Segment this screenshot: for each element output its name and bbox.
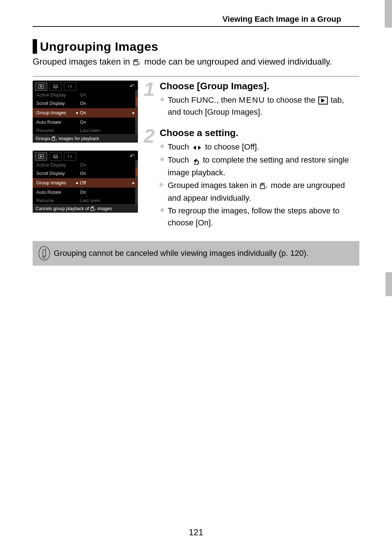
note-pencil-icon <box>38 245 54 261</box>
section-title-row: Ungrouping Images <box>33 39 359 54</box>
ss-row-label: Active Display <box>36 92 80 98</box>
camera-screenshot-2: ↶Active DisplayOnScroll DisplayOnGroup I… <box>33 151 138 213</box>
func-text-icon: FUNC. <box>191 95 217 105</box>
ss-tab-print-icon <box>49 82 62 91</box>
ss-return-icon: ↶ <box>130 83 136 90</box>
ss-row-label: Scroll Display <box>36 101 80 106</box>
step-bullet: Grouped images taken in J mode are ungro… <box>160 179 359 204</box>
step-bullets: Touch to choose [Off].Touch to complete … <box>160 141 359 229</box>
ss-tab-bar: ↶ <box>33 151 138 161</box>
page-number: 121 <box>0 527 392 537</box>
top-tab-mark <box>385 0 392 28</box>
section-title: Ungrouping Images <box>40 40 158 54</box>
step-number: 1 <box>144 78 155 100</box>
burst-mode-icon: J <box>52 136 57 141</box>
left-column: ↶Active DisplayOnScroll DisplayOnGroup I… <box>33 81 145 238</box>
ss-row-label: Resume <box>36 128 80 133</box>
ss-row-label: Scroll Display <box>36 171 80 176</box>
ss-menu-row: ResumeLast seen <box>33 127 138 134</box>
ss-row-value: On <box>80 119 134 125</box>
step-title: Choose a setting. <box>160 127 359 139</box>
menu-text-icon: MENU <box>239 95 265 105</box>
svg-rect-9 <box>54 155 57 156</box>
ss-menu-row: ResumeLast seen <box>33 197 138 204</box>
ss-tab-tools-icon <box>64 152 76 161</box>
ss-menu-row: Group Images◂Off▸ <box>33 178 138 188</box>
side-tab-mark <box>385 272 392 296</box>
svg-rect-0 <box>134 61 138 65</box>
ss-row-value: On <box>80 162 134 168</box>
ss-tab-play-icon <box>35 82 47 91</box>
ss-row-label: Auto Rotate <box>36 189 80 195</box>
intro-after: mode can be ungrouped and viewed individ… <box>144 57 332 66</box>
ss-hint-text: Cancels group playback of J images <box>33 204 138 213</box>
ss-right-arrow-icon: ▸ <box>132 180 135 185</box>
ss-right-arrow-icon: ▸ <box>132 110 135 115</box>
page-header: Viewing Each Image in a Group <box>33 15 359 24</box>
page-content: Viewing Each Image in a Group Ungrouping… <box>33 15 359 266</box>
svg-rect-12 <box>91 208 94 210</box>
ss-row-value: On <box>80 171 134 176</box>
ss-menu-row: Active DisplayOn <box>33 91 138 99</box>
ss-row-value: Off <box>80 180 134 185</box>
ss-left-arrow-icon: ◂ <box>75 180 78 185</box>
svg-text:J: J <box>139 62 140 65</box>
intro-text: Grouped images taken in J mode can be un… <box>33 56 359 68</box>
ss-tab-bar: ↶ <box>33 81 138 91</box>
intro-before: Grouped images taken in <box>33 57 132 66</box>
ss-row-value: Last seen <box>80 198 134 203</box>
section-divider <box>33 76 359 77</box>
return-icon <box>192 155 200 167</box>
note-box: Grouping cannot be canceled while viewin… <box>33 241 359 266</box>
ss-menu-row: Auto RotateOn <box>33 118 138 127</box>
ss-row-label: Resume <box>36 198 80 203</box>
burst-mode-icon: J <box>260 180 268 192</box>
svg-rect-14 <box>260 185 265 189</box>
step-block: 2Choose a setting.Touch to choose [Off].… <box>160 127 359 229</box>
step-title: Choose [Group Images]. <box>160 81 359 92</box>
ss-row-value: On <box>80 189 134 195</box>
ss-row-label: Active Display <box>36 162 80 168</box>
burst-mode-icon: J <box>90 206 96 211</box>
step-bullet: Touch to complete the setting and restor… <box>160 154 359 179</box>
burst-mode-icon: J <box>133 57 141 68</box>
step-number: 2 <box>144 124 155 147</box>
svg-text:J: J <box>94 208 96 211</box>
ss-tab-play-icon <box>35 152 47 161</box>
step-bullet: To regroup the images, follow the steps … <box>160 205 359 229</box>
ss-return-icon: ↶ <box>130 153 136 160</box>
content-row: ↶Active DisplayOnScroll DisplayOnGroup I… <box>33 81 359 238</box>
ss-menu-row: Auto RotateOn <box>33 188 138 197</box>
ss-row-value: On <box>80 92 134 98</box>
note-text: Grouping cannot be canceled while viewin… <box>54 249 309 258</box>
step-block: 1Choose [Group Images].Touch FUNC., then… <box>160 81 359 118</box>
ss-tab-tools-icon <box>64 82 76 91</box>
ss-menu-row: Scroll DisplayOn <box>33 99 138 108</box>
ss-row-value: Last seen <box>80 128 134 133</box>
ss-left-arrow-icon: ◂ <box>75 110 78 115</box>
svg-text:J: J <box>265 185 267 189</box>
right-column: 1Choose [Group Images].Touch FUNC., then… <box>145 81 359 238</box>
svg-rect-6 <box>52 138 55 140</box>
ss-row-label: Group Images <box>36 110 80 115</box>
ss-row-value: On <box>80 101 134 106</box>
camera-screenshot-1: ↶Active DisplayOnScroll DisplayOnGroup I… <box>33 81 138 143</box>
ss-menu-row: Scroll DisplayOn <box>33 169 138 178</box>
ss-row-value: On <box>80 110 134 115</box>
svg-text:J: J <box>56 138 57 141</box>
ss-menu-row: Group Images◂On▸ <box>33 108 138 118</box>
ss-menu-row: Active DisplayOn <box>33 161 138 169</box>
ss-hint-text: Groups J images for playback <box>33 134 138 143</box>
section-bar <box>33 39 37 54</box>
step-bullets: Touch FUNC., then MENU to choose the tab… <box>160 94 359 118</box>
step-bullet: Touch to choose [Off]. <box>160 141 359 154</box>
ss-row-label: Group Images <box>36 180 80 185</box>
playback-tab-icon <box>318 97 328 105</box>
ss-tab-print-icon <box>49 152 62 161</box>
left-right-arrows-icon <box>192 141 202 153</box>
svg-rect-3 <box>54 85 57 86</box>
header-rule <box>33 26 359 27</box>
step-bullet: Touch FUNC., then MENU to choose the tab… <box>160 94 359 118</box>
ss-row-label: Auto Rotate <box>36 119 80 125</box>
